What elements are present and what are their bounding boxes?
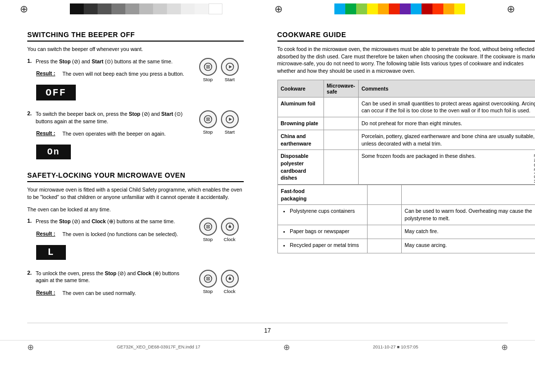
footer-left-text: GE732K_XEO_DE68-03917F_EN.indd 17 <box>117 344 201 349</box>
step4-buttons: Stop Clock <box>194 270 244 294</box>
cookware-title: COOKWARE GUIDE <box>277 31 535 42</box>
beeper-step1: 1. Press the Stop (⊘) and Start (⊙) butt… <box>27 58 244 103</box>
step3-number: 1. <box>27 218 33 228</box>
stop-button-1: Stop <box>199 58 217 82</box>
clock-label-2: Clock <box>224 289 236 294</box>
fast-food-safe-3 <box>367 239 401 253</box>
beeper-step2: 2. To switch the beeper back on, press t… <box>27 110 244 162</box>
fast-food-comment-3: May cause arcing. <box>401 239 535 253</box>
stop-button-3: Stop <box>199 218 217 242</box>
start-label-1: Start <box>224 77 234 82</box>
step1-display: OFF <box>36 85 76 100</box>
fast-food-list: Polystyrene cups containers <box>281 207 364 215</box>
step3-display: L <box>36 245 66 260</box>
step4-text: To unlock the oven, press the Stop (⊘) a… <box>36 270 188 284</box>
stop-label-4: Stop <box>203 289 213 294</box>
step4-result-label: Result : <box>36 290 58 295</box>
step4-number: 2. <box>27 270 33 287</box>
start-button-2: Start <box>221 110 239 135</box>
step1-text: Press the Stop (⊘) and Start (⊙) buttons… <box>36 58 173 65</box>
cookware-name: China andearthenware <box>277 130 323 149</box>
start-label-2: Start <box>224 129 234 135</box>
step3-result-label: Result : <box>36 231 58 237</box>
fast-food-safe-1 <box>367 205 401 225</box>
stop-label-1: Stop <box>203 77 213 82</box>
svg-marker-7 <box>229 118 232 121</box>
fast-food-item-3: Recycled paper or metal trims <box>290 242 364 249</box>
step2-text: To switch the beeper back on, press the … <box>36 110 188 125</box>
fast-food-item-1: Polystyrene cups containers <box>290 207 364 215</box>
clock-button-2: Clock <box>221 270 239 294</box>
safety-title: SAFETY-LOCKING YOUR MICROWAVE OVEN <box>27 171 244 182</box>
step3-result-text: The oven is locked (no functions can be … <box>62 231 178 238</box>
clock-label-1: Clock <box>224 237 236 242</box>
start-button-1: Start <box>221 58 239 82</box>
cookware-name: Browning plate <box>277 117 323 130</box>
top-left-reg: ⊕ <box>20 4 28 14</box>
cookware-comments: Some frozen foods are packaged in these … <box>358 150 535 185</box>
beeper-section: SWITCHING THE BEEPER OFF You can switch … <box>27 31 244 162</box>
step2-buttons: Stop Start <box>194 110 244 135</box>
fast-food-comment-1: Can be used to warm food. Overheating ma… <box>401 205 535 225</box>
cookware-name: Aluminum foil <box>277 97 323 117</box>
cookware-comments: Do not preheat for more than eight minut… <box>358 117 535 130</box>
table-row: Aluminum foil Can be used in small quant… <box>277 97 535 117</box>
fast-food-row-1: Polystyrene cups containers Can be used … <box>278 205 535 225</box>
step1-buttons: Stop Start <box>194 58 244 82</box>
step4-result-text: The oven can be used normally. <box>62 290 136 297</box>
cookware-name: Disposablepolyester cardboarddishes <box>277 150 323 185</box>
page-number: 17 <box>264 327 270 334</box>
bottom-right-reg: ⊕ <box>501 343 508 352</box>
cookware-comments: Porcelain, pottery, glazed earthenware a… <box>358 130 535 149</box>
fast-food-row-2: Paper bags or newspaper May catch fire. <box>278 225 535 239</box>
fast-food-safe-2 <box>367 225 401 239</box>
step1-result-label: Result : <box>36 70 58 76</box>
top-right-reg: ⊕ <box>507 4 515 14</box>
safety-step3: 1. Press the Stop (⊘) and Clock (⊕) butt… <box>27 218 244 262</box>
top-center-reg: ⊕ <box>274 4 283 14</box>
fast-food-comments-empty <box>401 185 535 204</box>
cookware-safe <box>323 97 358 117</box>
fast-food-subtable: Fast-foodpackaging Polystyrene cups cont… <box>277 185 535 253</box>
step2-number: 2. <box>27 110 33 128</box>
safety-note: The oven can be locked at any time. <box>27 206 244 213</box>
fast-food-safe <box>367 185 401 204</box>
clock-button-1: Clock <box>221 218 239 242</box>
fast-food-row-3: Recycled paper or metal trims May cause … <box>278 239 535 253</box>
cookware-safe <box>323 150 358 185</box>
table-row: Fast-foodpackaging Polystyrene cups cont… <box>277 184 535 253</box>
step2-display: On <box>36 145 71 159</box>
stop-label-3: Stop <box>203 237 213 242</box>
beeper-title: SWITCHING THE BEEPER OFF <box>27 31 244 42</box>
table-row: China andearthenware Porcelain, pottery,… <box>277 130 535 149</box>
gray-swatches <box>70 3 222 14</box>
col-microwave-safe: Microwave-safe <box>323 80 358 97</box>
step1-number: 1. <box>27 58 33 68</box>
page-footer: 17 <box>27 323 508 338</box>
stop-button-4: Stop <box>199 270 217 294</box>
beeper-intro: You can switch the beeper off whenever y… <box>27 46 244 53</box>
step2-result-text: The oven operates with the beeper on aga… <box>62 130 165 138</box>
fast-food-title: Fast-foodpackaging <box>278 185 368 204</box>
fast-food-list-3: Recycled paper or metal trims <box>281 242 364 249</box>
col-cookware: Cookware <box>277 80 323 97</box>
table-row: Browning plate Do not preheat for more t… <box>277 117 535 130</box>
step3-text: Press the Stop (⊘) and Clock (⊕) buttons… <box>36 218 175 225</box>
bottom-center-reg: ⊕ <box>283 343 290 352</box>
left-column: SWITCHING THE BEEPER OFF You can switch … <box>27 31 244 308</box>
stop-label-2: Stop <box>203 129 213 135</box>
bottom-left-reg: ⊕ <box>27 343 34 352</box>
footer-right-text: 2011-10-27 ■ 10:57:05 <box>373 344 419 349</box>
cookware-safe <box>323 117 358 130</box>
bottom-bar: ⊕ GE732K_XEO_DE68-03917F_EN.indd 17 ⊕ 20… <box>0 340 535 354</box>
safety-section: SAFETY-LOCKING YOUR MICROWAVE OVEN Your … <box>27 171 244 301</box>
color-swatches <box>334 3 465 14</box>
cookware-table: Cookware Microwave-safe Comments Aluminu… <box>277 80 535 253</box>
step1-result-text: The oven will not beep each time you pre… <box>62 70 184 78</box>
cookware-intro: To cook food in the microwave oven, the … <box>277 46 535 75</box>
table-row: Disposablepolyester cardboarddishes Some… <box>277 150 535 185</box>
cookware-safe <box>323 130 358 149</box>
safety-intro: Your microwave oven is fitted with a spe… <box>27 186 244 200</box>
safety-step4: 2. To unlock the oven, press the Stop (⊘… <box>27 270 244 301</box>
right-column: COOKWARE GUIDE To cook food in the micro… <box>277 31 535 308</box>
